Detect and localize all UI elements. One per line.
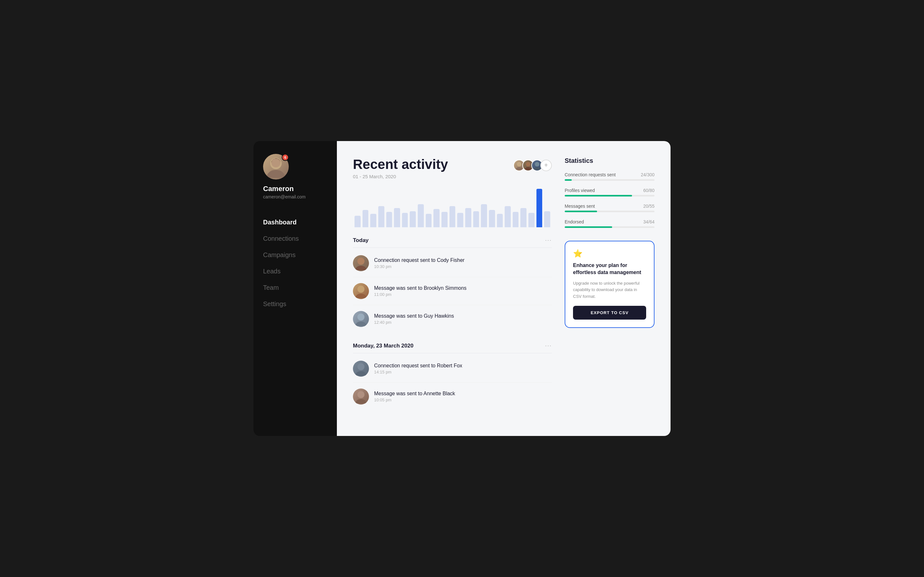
activity-info-3: Message was sent to Guy Hawkins 12:40 pm <box>374 313 454 325</box>
sidebar-item-leads[interactable]: Leads <box>263 264 327 278</box>
notification-badge: 6 <box>282 154 289 161</box>
stat-item-endorsed: Endorsed 34/64 <box>565 219 654 228</box>
stat-value-endorsed: 34/64 <box>643 219 654 224</box>
activity-info-2: Message was sent to Brooklyn Simmons 11:… <box>374 285 467 297</box>
stat-item-messages: Messages sent 20/55 <box>565 203 654 212</box>
page-title: Recent activity <box>353 157 448 172</box>
activity-time-2: 11:00 pm <box>374 292 467 297</box>
activity-time-1: 10:30 pm <box>374 264 465 269</box>
stat-bar-fill-endorsed <box>565 226 612 228</box>
svg-point-6 <box>357 285 365 293</box>
chart-bar-2 <box>370 214 376 227</box>
monday-section: Monday, 23 March 2020 ··· Connection req… <box>353 342 552 410</box>
stat-item-conn-requests: Connection requests sent 24/300 <box>565 172 654 181</box>
main-content: Recent activity 01 - 25 March, 2020 + <box>337 141 670 436</box>
chart-bar-5 <box>394 208 400 227</box>
svg-point-2 <box>517 162 521 166</box>
svg-point-8 <box>357 363 365 370</box>
stat-label-conn: Connection requests sent <box>565 172 615 177</box>
stat-label-endorsed: Endorsed <box>565 219 584 224</box>
sidebar-item-connections[interactable]: Connections <box>263 232 327 245</box>
chart-bar-8 <box>418 204 424 227</box>
user-email: cameron@email.com <box>263 194 305 199</box>
activity-time-4: 14:15 pm <box>374 370 462 374</box>
chart-bar-17 <box>489 210 495 227</box>
today-section-header: Today ··· <box>353 237 552 248</box>
stat-bar-fill-messages <box>565 211 597 212</box>
sidebar-profile: 6 Cameron cameron@email.com <box>263 154 327 199</box>
chart-bar-19 <box>505 206 511 227</box>
stat-header-profiles: Profiles viewed 60/80 <box>565 188 654 193</box>
content-right: Statistics Connection requests sent 24/3… <box>565 157 654 420</box>
activity-avatar-guy <box>353 311 369 327</box>
activity-item: Connection request sent to Robert Fox 14… <box>353 355 552 383</box>
stat-bar-bg-profiles <box>565 195 654 197</box>
stat-bar-fill-profiles <box>565 195 632 197</box>
activity-avatar-cody <box>353 255 369 271</box>
monday-section-title: Monday, 23 March 2020 <box>353 343 414 349</box>
monday-section-header: Monday, 23 March 2020 ··· <box>353 342 552 353</box>
activity-item: Message was sent to Brooklyn Simmons 11:… <box>353 277 552 305</box>
activity-avatar-annette <box>353 388 369 405</box>
activity-text-3: Message was sent to Guy Hawkins <box>374 313 454 319</box>
chart-bar-4 <box>386 212 393 227</box>
stat-header-endorsed: Endorsed 34/64 <box>565 219 654 224</box>
stat-bar-bg-endorsed <box>565 226 654 228</box>
chart-bar-1 <box>363 210 368 227</box>
activity-avatar-brooklyn <box>353 283 369 299</box>
user-name: Cameron <box>263 185 294 193</box>
page-title-area: Recent activity 01 - 25 March, 2020 <box>353 157 448 179</box>
stat-value-conn: 24/300 <box>641 172 654 177</box>
page-header: Recent activity 01 - 25 March, 2020 + <box>353 157 552 179</box>
chart-bar-23 <box>536 189 543 227</box>
monday-section-menu[interactable]: ··· <box>545 342 552 349</box>
date-range: 01 - 25 March, 2020 <box>353 174 448 179</box>
export-csv-button[interactable]: EXPORT TO CSV <box>573 306 646 319</box>
content-left: Recent activity 01 - 25 March, 2020 + <box>353 157 552 420</box>
sidebar-item-dashboard[interactable]: Dashboard <box>263 215 327 229</box>
stat-bar-bg-conn <box>565 179 654 181</box>
activity-text-2: Message was sent to Brooklyn Simmons <box>374 285 467 291</box>
stat-header-messages: Messages sent 20/55 <box>565 203 654 209</box>
svg-point-5 <box>357 258 365 265</box>
chart-bar-20 <box>513 212 519 227</box>
chart-bar-21 <box>520 208 527 227</box>
stat-item-profiles: Profiles viewed 60/80 <box>565 188 654 197</box>
sidebar-item-campaigns[interactable]: Campaigns <box>263 248 327 262</box>
stat-header-conn: Connection requests sent 24/300 <box>565 172 654 177</box>
today-section: Today ··· Connection request sent to Cod… <box>353 237 552 333</box>
activity-chart <box>353 189 552 227</box>
activity-info-4: Connection request sent to Robert Fox 14… <box>374 363 462 374</box>
chart-bar-14 <box>465 208 471 227</box>
sidebar-item-settings[interactable]: Settings <box>263 297 327 311</box>
svg-point-7 <box>357 314 365 321</box>
stat-bar-fill-conn <box>565 179 572 181</box>
avatar-group: + <box>513 160 552 171</box>
today-section-title: Today <box>353 237 368 243</box>
today-section-menu[interactable]: ··· <box>545 237 552 243</box>
activity-text-1: Connection request sent to Cody Fisher <box>374 258 465 263</box>
chart-bar-9 <box>426 214 432 227</box>
activity-item: Message was sent to Annette Black 10:05 … <box>353 383 552 410</box>
svg-point-3 <box>526 162 530 166</box>
activity-info-5: Message was sent to Annette Black 10:05 … <box>374 391 455 402</box>
chart-bar-22 <box>528 213 535 227</box>
add-team-member-button[interactable]: + <box>540 160 552 171</box>
stat-label-profiles: Profiles viewed <box>565 188 595 193</box>
stat-bar-bg-messages <box>565 211 654 212</box>
svg-point-9 <box>357 391 365 398</box>
statistics-title: Statistics <box>565 157 654 164</box>
sidebar-item-team[interactable]: Team <box>263 281 327 295</box>
chart-bar-10 <box>433 209 439 227</box>
upgrade-title: Enhance your plan for effortless data ma… <box>573 262 646 276</box>
activity-text-5: Message was sent to Annette Black <box>374 391 455 396</box>
svg-point-4 <box>535 162 540 166</box>
stat-value-messages: 20/55 <box>643 203 654 209</box>
chart-bar-6 <box>402 213 408 227</box>
chart-bar-16 <box>481 204 487 227</box>
chart-bar-15 <box>473 211 479 227</box>
upgrade-desc: Upgrade now to unlock the powerful capab… <box>573 280 646 300</box>
upgrade-star-icon: ⭐ <box>573 249 646 258</box>
chart-bar-13 <box>457 213 463 227</box>
upgrade-card: ⭐ Enhance your plan for effortless data … <box>565 241 654 328</box>
